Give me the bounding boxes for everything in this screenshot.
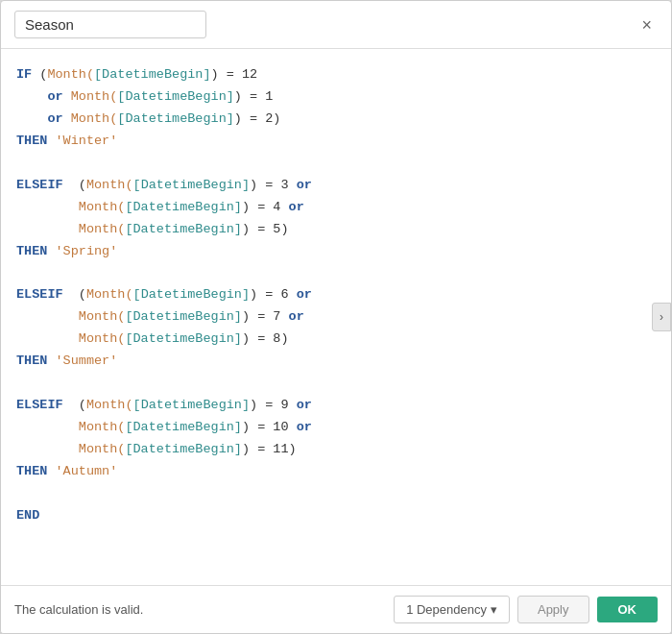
ok-button[interactable]: OK: [597, 597, 659, 622]
calculation-title-input[interactable]: [14, 11, 206, 38]
footer-actions: 1 Dependency ▾ Apply OK: [394, 596, 658, 623]
side-panel-arrow[interactable]: ›: [652, 303, 671, 331]
code-editor[interactable]: IF (Month([DatetimeBegin]) = 12 or Month…: [1, 49, 671, 585]
dialog-body: IF (Month([DatetimeBegin]) = 12 or Month…: [1, 49, 671, 585]
dialog-header: ×: [1, 1, 671, 49]
close-button[interactable]: ×: [636, 14, 658, 36]
dependency-label: 1 Dependency: [406, 602, 487, 617]
dialog-container: × IF (Month([DatetimeBegin]) = 12 or Mon…: [0, 0, 672, 634]
validation-status: The calculation is valid.: [14, 602, 143, 617]
chevron-down-icon: ▾: [491, 602, 497, 617]
dependency-button[interactable]: 1 Dependency ▾: [394, 596, 510, 623]
apply-button[interactable]: Apply: [517, 596, 589, 623]
side-panel-tab[interactable]: ›: [652, 303, 671, 331]
dialog-footer: The calculation is valid. 1 Dependency ▾…: [1, 585, 671, 633]
